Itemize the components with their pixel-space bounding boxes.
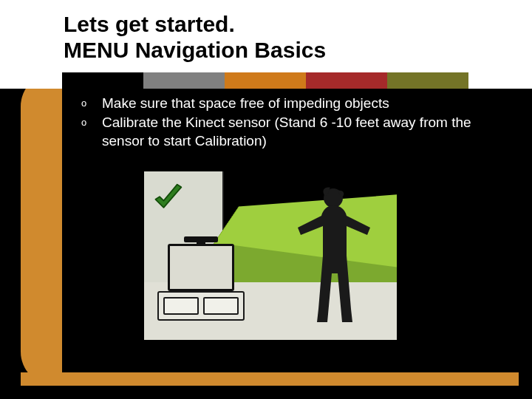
cabinet-icon bbox=[157, 291, 245, 321]
tv-unit bbox=[157, 291, 245, 321]
content-area: Make sure that space free of impeding ob… bbox=[77, 95, 502, 151]
list-item: Calibrate the Kinect sensor (Stand 6 -10… bbox=[77, 114, 502, 150]
kinect-sensor-icon bbox=[184, 236, 218, 242]
checkmark-icon bbox=[151, 182, 184, 214]
tab-3 bbox=[225, 72, 306, 89]
title-line-1: Lets get started. bbox=[64, 12, 235, 36]
bullet-text: Make sure that space free of impeding ob… bbox=[102, 95, 389, 111]
bullet-text: Calibrate the Kinect sensor (Stand 6 -10… bbox=[102, 115, 471, 148]
slide-title: Lets get started. MENU Navigation Basics bbox=[64, 12, 532, 63]
room-scene bbox=[144, 171, 397, 340]
title-line-2: MENU Navigation Basics bbox=[64, 38, 326, 62]
color-tab-strip bbox=[0, 72, 532, 89]
tab-1 bbox=[62, 72, 143, 89]
tab-spacer bbox=[0, 72, 62, 89]
accent-rail-vertical bbox=[21, 72, 62, 386]
tab-5 bbox=[387, 72, 468, 89]
tab-2 bbox=[143, 72, 225, 89]
bullet-list: Make sure that space free of impeding ob… bbox=[77, 95, 502, 150]
person-silhouette-icon bbox=[295, 185, 372, 324]
list-item: Make sure that space free of impeding ob… bbox=[77, 95, 502, 112]
kinect-setup-illustration bbox=[144, 171, 397, 340]
accent-rail-bottom bbox=[21, 372, 519, 386]
tv-icon bbox=[168, 244, 234, 291]
tab-4 bbox=[306, 72, 387, 89]
